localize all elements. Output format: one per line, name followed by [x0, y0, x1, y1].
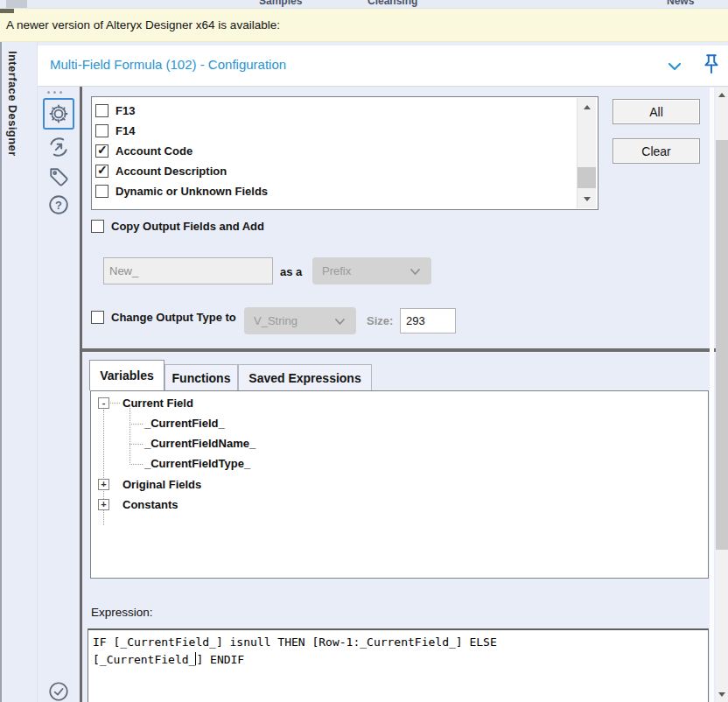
- update-notice-text: A newer version of Alteryx Designer x64 …: [6, 18, 280, 32]
- field-row[interactable]: ✓ Account Description: [95, 162, 227, 179]
- drag-handle-dots-icon[interactable]: [47, 91, 62, 94]
- checkbox: [95, 124, 108, 137]
- toolbar-fragment-box: [6, 0, 27, 8]
- tree-connector: [130, 464, 143, 465]
- field-label: F13: [116, 104, 135, 117]
- checkbox: [95, 104, 108, 117]
- tree-node-currentfieldname[interactable]: _CurrentFieldName_: [144, 437, 256, 450]
- scroll-up-icon[interactable]: [716, 88, 728, 102]
- tree-connector: [130, 444, 143, 445]
- field-row[interactable]: F14: [95, 122, 135, 139]
- tree-node-constants[interactable]: Constants: [122, 498, 178, 511]
- interface-designer-tab[interactable]: Interface Designer: [6, 51, 19, 157]
- sidebar-separator: [37, 42, 38, 702]
- expression-editor[interactable]: IF [_CurrentField_] isnull THEN [Row-1:_…: [88, 628, 709, 702]
- field-select-list: F13 F14 ✓ Account Code ✓ Account Descrip…: [91, 96, 598, 210]
- vertical-splitter[interactable]: [80, 87, 82, 702]
- change-type-checkbox-row[interactable]: Change Output Type to: [91, 311, 236, 324]
- checkbox: ✓: [95, 144, 108, 158]
- field-label: Account Code: [116, 144, 192, 158]
- chevron-down-icon[interactable]: [667, 60, 682, 73]
- tree-connector: [130, 405, 130, 465]
- size-label: Size:: [367, 314, 393, 327]
- select-all-button[interactable]: All: [612, 99, 700, 124]
- tree-connector: [110, 403, 120, 404]
- alteryx-designer-window: Samples Cleansing News A newer version o…: [0, 0, 728, 702]
- tree-expand-toggle[interactable]: +: [98, 479, 109, 490]
- expression-label: Expression:: [91, 606, 153, 619]
- panel-scrollbar[interactable]: [716, 88, 728, 702]
- output-type-value: V_String: [254, 314, 298, 327]
- tree-node-currentfield[interactable]: _CurrentField_: [144, 417, 225, 430]
- tab-saved-expressions[interactable]: Saved Expressions: [238, 364, 372, 390]
- tree-collapse-toggle[interactable]: -: [98, 397, 109, 409]
- tag-icon[interactable]: [45, 163, 73, 191]
- horizontal-splitter[interactable]: [82, 348, 716, 353]
- field-label: F14: [116, 124, 135, 137]
- tab-functions[interactable]: Functions: [164, 364, 238, 390]
- checkbox: [91, 311, 104, 324]
- scrollbar-thumb[interactable]: [716, 140, 728, 550]
- checkbox: ✓: [95, 165, 108, 178]
- tool-category-cleansing[interactable]: Cleansing: [368, 0, 417, 7]
- configuration-title-bar: Multi-Field Formula (102) - Configuratio…: [38, 46, 728, 87]
- expression-line2: [_CurrentField_] ENDIF: [93, 651, 704, 669]
- variables-tree: - Current Field _CurrentField_ _CurrentF…: [90, 390, 709, 579]
- list-scrollbar[interactable]: [577, 98, 596, 208]
- help-icon[interactable]: ?: [45, 191, 73, 219]
- copy-output-checkbox-row[interactable]: Copy Output Fields and Add: [91, 220, 264, 233]
- tree-node-original-fields[interactable]: Original Fields: [122, 478, 201, 491]
- scrollbar-thumb[interactable]: [578, 167, 596, 188]
- checkbox: [95, 185, 108, 198]
- field-row[interactable]: Dynamic or Unknown Fields: [95, 182, 268, 200]
- chevron-down-icon: [334, 318, 346, 326]
- pin-icon[interactable]: [700, 53, 723, 79]
- update-notice-bar: A newer version of Alteryx Designer x64 …: [0, 9, 728, 42]
- copy-output-label: Copy Output Fields and Add: [111, 220, 264, 233]
- tool-category-news[interactable]: News: [667, 0, 694, 7]
- expression-line1: IF [_CurrentField_] isnull THEN [Row-1:_…: [93, 634, 704, 651]
- check-circle-icon[interactable]: [45, 677, 73, 702]
- workflow-performance-icon[interactable]: [45, 133, 73, 161]
- tree-node-currentfieldtype[interactable]: _CurrentFieldType_: [144, 457, 250, 470]
- tree-node-current-field[interactable]: Current Field: [122, 397, 193, 410]
- svg-text:?: ?: [55, 199, 62, 212]
- scroll-up-icon[interactable]: [578, 98, 596, 116]
- size-input[interactable]: [400, 308, 456, 333]
- affix-value: Prefix: [322, 264, 351, 277]
- tab-variables[interactable]: Variables: [89, 360, 164, 390]
- affix-select[interactable]: Prefix: [312, 257, 431, 284]
- scrollbar-gap: [710, 88, 714, 702]
- window-left-border: [0, 42, 2, 702]
- toolbar-strip-clipped: Samples Cleansing News: [0, 0, 728, 9]
- tree-expand-toggle[interactable]: +: [98, 499, 109, 510]
- configuration-title: Multi-Field Formula (102) - Configuratio…: [50, 57, 286, 72]
- tool-category-samples[interactable]: Samples: [259, 0, 302, 7]
- change-type-label: Change Output Type to: [111, 311, 236, 324]
- clipped-ui-fragment: [0, 9, 14, 13]
- field-row[interactable]: F13: [95, 102, 135, 119]
- field-row[interactable]: ✓ Account Code: [95, 142, 192, 159]
- checkbox: [91, 220, 104, 233]
- new-name-input[interactable]: [103, 257, 273, 284]
- tree-connector: [130, 424, 143, 425]
- clear-button[interactable]: Clear: [612, 138, 700, 164]
- field-label: Dynamic or Unknown Fields: [116, 185, 268, 198]
- scroll-down-icon[interactable]: [578, 190, 596, 208]
- field-label: Account Description: [116, 165, 227, 178]
- configuration-gear-icon[interactable]: [43, 98, 74, 130]
- chevron-down-icon: [410, 268, 421, 276]
- output-type-select[interactable]: V_String: [244, 307, 356, 334]
- as-a-label: as a: [280, 265, 302, 278]
- scroll-down-icon[interactable]: [716, 687, 728, 702]
